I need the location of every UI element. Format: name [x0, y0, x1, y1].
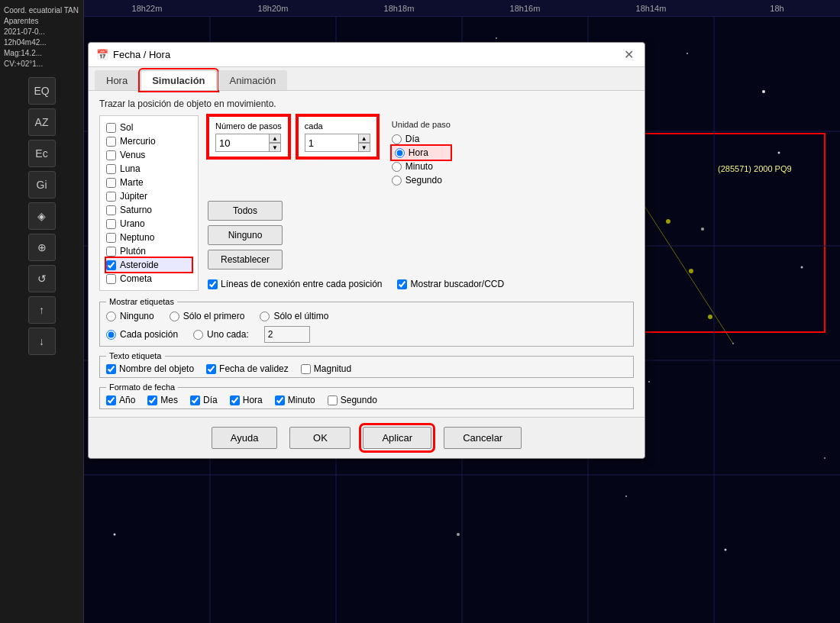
sidebar-info: Coord. ecuatorial TAN Aparentes 2021-07-…: [0, 4, 83, 71]
nombre-objeto-input[interactable]: [106, 364, 116, 374]
radio-cada-posicion-etiqueta[interactable]: [106, 330, 116, 340]
numero-pasos-spinner: ▲ ▼: [215, 134, 282, 152]
checkbox-jupiter-input[interactable]: [106, 192, 116, 202]
minuto-input[interactable]: [275, 395, 285, 405]
cada-label: cada: [305, 121, 370, 131]
tab-simulacion[interactable]: Simulación: [141, 70, 216, 90]
checkbox-urano-input[interactable]: [106, 219, 116, 229]
mes-label: Mes: [147, 395, 178, 405]
uno-cada-input[interactable]: [264, 326, 310, 343]
radio-solo-primero-etiqueta[interactable]: [170, 312, 179, 321]
svg-rect-31: [638, 134, 825, 332]
unidad-paso-group: Unidad de paso Día Hora Mi: [386, 115, 457, 192]
checkbox-saturno-input[interactable]: [106, 205, 116, 215]
aplicar-button[interactable]: Aplicar: [363, 427, 431, 449]
checkbox-marte: Marte: [106, 176, 192, 189]
checkbox-cometa-input[interactable]: [106, 274, 116, 284]
cada-input[interactable]: [305, 134, 358, 152]
formato-fecha-legend: Formato de fecha: [106, 383, 178, 392]
checkbox-mercurio-input[interactable]: [106, 137, 116, 147]
radio-dia-input[interactable]: [392, 134, 402, 144]
anio-input[interactable]: [106, 395, 116, 405]
radio-hora-input[interactable]: [395, 148, 405, 158]
todos-button[interactable]: Todos: [208, 201, 283, 221]
action-buttons-row: Todos Ninguno Restablecer: [208, 198, 634, 270]
sidebar-btn-eq[interactable]: EQ: [28, 77, 56, 105]
radio-cada-posicion-label: Cada posición: [106, 328, 178, 341]
svg-point-4: [496, 37, 497, 39]
ruler-bar: 18h22m 18h20m 18h18m 18h16m 18h14m 18h: [84, 0, 840, 17]
mostrar-etiquetas-row2: Cada posición Uno cada:: [106, 326, 627, 343]
mes-input[interactable]: [147, 395, 157, 405]
numero-pasos-input[interactable]: [215, 134, 269, 152]
radio-segundo: Segundo: [392, 173, 451, 187]
sidebar-btn-down[interactable]: ↓: [28, 328, 56, 355]
numero-pasos-group: Número de pasos ▲ ▼: [208, 115, 289, 158]
hora-input[interactable]: [230, 395, 240, 405]
lineas-conexion-input[interactable]: [208, 279, 218, 289]
svg-point-19: [725, 549, 727, 551]
mostrar-etiquetas-legend: Mostrar etiquetas: [106, 297, 177, 306]
ruler-mark-1: 18h22m: [84, 4, 210, 13]
object-checkbox-list: Sol Mercurio Venus Luna: [99, 115, 199, 291]
radio-minuto-input[interactable]: [392, 162, 402, 172]
mostrar-buscador-input[interactable]: [397, 279, 407, 289]
cada-spinner: ▲ ▼: [305, 134, 370, 152]
tab-animacion[interactable]: Animación: [218, 70, 288, 90]
tab-hora[interactable]: Hora: [95, 70, 139, 90]
section-title: Trazar la posición de objeto en movimien…: [99, 98, 634, 109]
sidebar-btn-gi[interactable]: Gi: [28, 171, 56, 199]
svg-point-7: [762, 90, 765, 93]
checkbox-neptuno-input[interactable]: [106, 233, 116, 243]
ninguno-button[interactable]: Ninguno: [208, 225, 283, 245]
cada-spinner-buttons: ▲ ▼: [358, 134, 370, 152]
checkbox-asteroide-input[interactable]: [106, 260, 116, 270]
sidebar-btn-up[interactable]: ↑: [28, 296, 56, 324]
close-button[interactable]: ✕: [621, 47, 637, 62]
dia-label: Día: [190, 395, 218, 405]
fecha-validez-input[interactable]: [206, 364, 216, 374]
radio-ninguno-etiqueta[interactable]: [106, 312, 116, 321]
mostrar-etiquetas-fieldset: Mostrar etiquetas Ninguno Sólo el primer…: [99, 297, 634, 347]
cada-group: cada ▲ ▼: [297, 115, 378, 158]
checkbox-luna-input[interactable]: [106, 164, 116, 174]
radio-solo-ultimo-label: Sólo el último: [260, 309, 328, 323]
radio-dia: Día: [392, 132, 451, 146]
texto-etiqueta-legend: Texto etiqueta: [106, 351, 165, 360]
magnitud-input[interactable]: [301, 364, 311, 374]
dialog-title: 📅 Fecha / Hora: [96, 49, 170, 60]
sidebar-btn-rotate[interactable]: ↺: [28, 265, 56, 292]
checkbox-sol-input[interactable]: [106, 123, 116, 133]
ayuda-button[interactable]: Ayuda: [212, 427, 278, 449]
sidebar-btn-az[interactable]: AZ: [28, 108, 56, 136]
checkbox-saturno: Saturno: [106, 203, 192, 217]
svg-point-13: [648, 381, 650, 383]
segundo-input[interactable]: [328, 395, 338, 405]
svg-point-22: [114, 534, 116, 536]
segundo-label: Segundo: [328, 395, 377, 405]
sidebar-btn-ec[interactable]: Ec: [28, 140, 56, 167]
sidebar-btn-diamond[interactable]: ◈: [28, 202, 56, 230]
restablecer-button[interactable]: Restablecer: [208, 250, 283, 270]
cada-down[interactable]: ▼: [358, 143, 370, 152]
radio-segundo-input[interactable]: [392, 176, 402, 186]
radio-uno-cada-etiqueta[interactable]: [193, 330, 203, 340]
svg-point-28: [689, 269, 693, 273]
radio-solo-ultimo-etiqueta[interactable]: [260, 312, 270, 321]
checkbox-pluton-input[interactable]: [106, 247, 116, 257]
checkbox-venus-input[interactable]: [106, 150, 116, 160]
unidad-paso-title: Unidad de paso: [392, 120, 451, 129]
numero-pasos-down[interactable]: ▼: [269, 143, 281, 152]
top-row: Número de pasos ▲ ▼ cada: [208, 115, 634, 192]
calendar-icon: 📅: [96, 49, 108, 60]
svg-point-6: [687, 53, 688, 54]
numero-pasos-up[interactable]: ▲: [269, 134, 281, 143]
checkbox-marte-input[interactable]: [106, 178, 116, 188]
svg-point-18: [625, 495, 627, 497]
ok-button[interactable]: OK: [289, 427, 351, 449]
dia-input[interactable]: [190, 395, 200, 405]
ruler-mark-2: 18h20m: [210, 4, 336, 13]
cancelar-button[interactable]: Cancelar: [444, 427, 522, 449]
sidebar-btn-globe[interactable]: ⊕: [28, 234, 56, 261]
cada-up[interactable]: ▲: [358, 134, 370, 143]
